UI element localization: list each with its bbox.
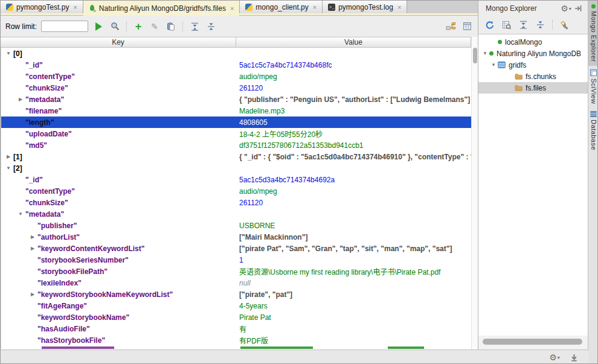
table-row[interactable]: ▶"keywordStorybookNameKeywordList"["pira…: [1, 289, 471, 300]
table-row[interactable]: ▶"keywordContentKeywordList"["pirate Pat…: [1, 243, 471, 254]
chevron-right-icon[interactable]: ▶: [4, 154, 13, 159]
chevron-down-icon[interactable]: ▼: [4, 165, 13, 171]
tree-item-fs-files[interactable]: fs.files: [478, 82, 588, 94]
table-row[interactable]: ▼"metadata": [1, 208, 471, 220]
expand-all-icon[interactable]: [517, 19, 529, 31]
row-limit-input[interactable]: [41, 21, 88, 32]
row-key: "hasStorybookFile": [37, 336, 105, 345]
chevron-right-icon[interactable]: ▶: [28, 234, 37, 240]
tool-window-strip: Mongo Explorer SciView Database: [588, 1, 598, 364]
table-row[interactable]: "contentType"audio/mpeg: [1, 71, 471, 82]
column-header-key[interactable]: Key: [1, 37, 236, 47]
table-row[interactable]: "keywordStorybookName"Pirate Pat: [1, 311, 471, 323]
expand-all-icon[interactable]: [188, 21, 201, 33]
table-row[interactable]: "_id"5ac1c5d3a4bc714374b4692a: [1, 174, 471, 185]
row-key: "lexileIndex": [37, 279, 82, 287]
hide-panel-icon[interactable]: [572, 2, 584, 14]
table-row[interactable]: "storybookSeriesNumber"1: [1, 254, 471, 266]
table-row[interactable]: "md5"df3751f1257806712a51353bd941ccb1: [1, 139, 471, 151]
chevron-down-icon[interactable]: ▼: [489, 62, 498, 68]
table-row[interactable]: "hasAudioFile"有: [1, 323, 471, 334]
table-row[interactable]: ▼[2]: [1, 162, 471, 174]
row-value: 4-5years: [239, 302, 268, 310]
row-key: "keywordStorybookName": [37, 313, 129, 322]
panel-title: Mongo Explorer: [486, 4, 560, 13]
close-icon[interactable]: ×: [230, 5, 234, 12]
table-row[interactable]: "filename"Madeline.mp3: [1, 105, 471, 117]
chevron-right-icon[interactable]: ▶: [28, 292, 37, 297]
tree-item-localmongo[interactable]: localMongo: [478, 36, 588, 48]
row-value: 261120: [239, 84, 263, 92]
db-stack-icon: [590, 111, 597, 117]
run-query-button[interactable]: [92, 21, 104, 33]
chevron-down-icon[interactable]: ▼: [481, 51, 489, 56]
tab-label: Naturling Aliyun MongoDB/gridfs/fs.files: [99, 4, 226, 13]
close-icon[interactable]: ×: [397, 4, 401, 11]
tab-pymongoTest-log[interactable]: >_ pymongoTest.log ×: [323, 1, 407, 14]
table-row[interactable]: "fitAgeRange"4-5years: [1, 300, 471, 311]
tree-item-naturling-aliyun-mongodb[interactable]: ▼Naturling Aliyun MongoDB: [478, 48, 588, 59]
mongo-explorer-panel: Mongo Explorer ⚙▾ localMongo▼N: [478, 1, 588, 350]
table-row[interactable]: "publisher"USBORNE: [1, 220, 471, 231]
close-icon[interactable]: ×: [313, 4, 317, 11]
vertical-scrollbar[interactable]: [471, 37, 478, 350]
download-icon[interactable]: [568, 351, 580, 363]
tree-item-fs-chunks[interactable]: fs.chunks: [478, 71, 588, 82]
row-value: df3751f1257806712a51353bd941ccb1: [239, 141, 364, 150]
table-row[interactable]: "chunkSize"261120: [1, 197, 471, 208]
table-row[interactable]: ▶"metadata"{ "publisher" : "Penguin US",…: [1, 94, 471, 105]
table-row[interactable]: ▶"authorList"["Mairi Mackinnon"]: [1, 231, 471, 243]
tree-item-gridfs[interactable]: ▼gridfs: [478, 59, 588, 71]
scrollbar-thumb[interactable]: [483, 339, 582, 345]
edit-document-button[interactable]: ✎: [149, 21, 161, 33]
tab-label: pymongoTest.py: [16, 3, 69, 11]
table-row[interactable]: ▼[0]: [1, 48, 471, 59]
chevron-right-icon[interactable]: ▶: [16, 97, 25, 102]
mongo-icon: [591, 4, 596, 8]
row-limit-label: Row limit:: [5, 22, 37, 31]
copy-icon[interactable]: [165, 21, 177, 33]
mongo-server-icon: [498, 40, 502, 44]
search-icon[interactable]: [109, 21, 121, 33]
row-value: 1: [239, 256, 243, 264]
table-row[interactable]: "_id"5ac1c5c7a4bc714374b468fc: [1, 59, 471, 71]
table-row[interactable]: "storybookFilePath"英语资源\Usborne my first…: [1, 266, 471, 277]
strip-tab-sciview[interactable]: SciView: [588, 66, 598, 107]
panel-gear-icon[interactable]: ⚙▾: [560, 2, 572, 14]
tree-view-icon[interactable]: [445, 21, 457, 33]
strip-tab-mongo-explorer[interactable]: Mongo Explorer: [588, 1, 598, 66]
tab-mongo-client-py[interactable]: mongo_client.py ×: [240, 1, 323, 14]
row-key: "contentType": [25, 72, 75, 81]
scrollbar-thumb[interactable]: [473, 48, 477, 63]
refresh-icon[interactable]: [483, 19, 495, 31]
column-header-value[interactable]: Value: [236, 37, 471, 47]
table-row[interactable]: "hasStorybookFile"有PDF版: [1, 334, 471, 346]
close-icon[interactable]: ×: [73, 4, 77, 11]
table-row[interactable]: "uploadDate"18-4-2 上午05时55分20秒: [1, 128, 471, 139]
table-row[interactable]: "contentType"audio/mpeg: [1, 185, 471, 197]
collapse-all-icon[interactable]: [205, 21, 217, 33]
strip-tab-database[interactable]: Database: [588, 107, 598, 154]
row-value: 18-4-2 上午05时55分20秒: [239, 130, 323, 139]
find-document-icon[interactable]: [500, 19, 512, 31]
horizontal-scrollbar[interactable]: [478, 336, 588, 350]
log-icon: >_: [328, 4, 335, 11]
tab-fs-files-active[interactable]: A Naturling Aliyun MongoDB/gridfs/fs.fil…: [83, 1, 240, 16]
chevron-down-icon[interactable]: ▼: [16, 211, 25, 217]
folder-icon: [515, 85, 522, 91]
tab-pymongoTest-py[interactable]: pymongoTest.py ×: [1, 1, 83, 14]
table-row[interactable]: ▶[1]{ "_id" : { "$oid" : "5ac1c5d0a4bc71…: [1, 151, 471, 162]
row-key: "hasAudioFile": [37, 325, 90, 333]
chevron-right-icon[interactable]: ▶: [28, 246, 37, 251]
chevron-down-icon[interactable]: ▼: [4, 51, 13, 56]
add-document-button[interactable]: +: [132, 21, 144, 33]
collapse-all-icon[interactable]: [534, 19, 546, 31]
table-row[interactable]: "chunkSize"261120: [1, 82, 471, 94]
row-key: "fitAgeRange": [37, 302, 87, 310]
table-view-icon[interactable]: [461, 21, 473, 33]
table-row[interactable]: "lexileIndex"null: [1, 277, 471, 289]
settings-gear-icon[interactable]: ⚙▾: [548, 351, 561, 363]
table-row[interactable]: "length"4808605: [1, 117, 471, 128]
tools-wrench-icon[interactable]: [559, 19, 571, 31]
row-value: 4808605: [239, 118, 268, 127]
